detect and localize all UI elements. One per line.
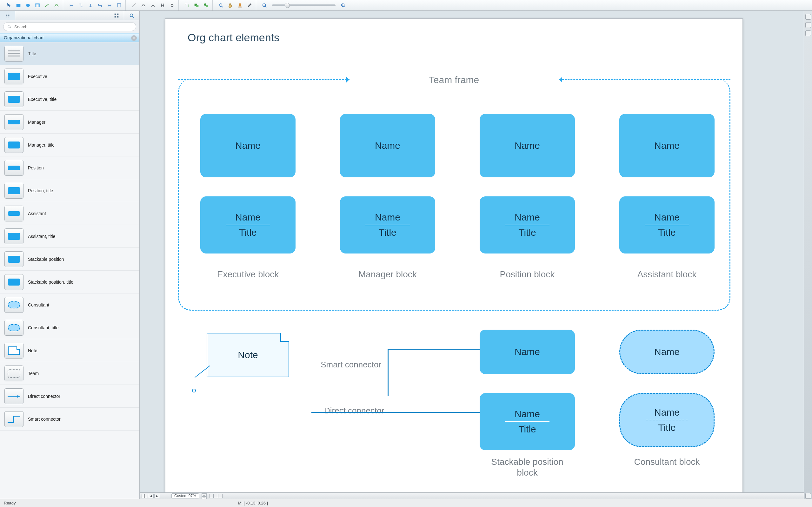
sidebar-item-label: Smart connector <box>28 416 135 421</box>
zoom-slider-knob[interactable] <box>285 3 290 8</box>
page-next-icon[interactable]: ▸ <box>154 494 160 498</box>
status-bar: Ready M: [ -0.13, 0.26 ] <box>0 499 812 507</box>
layout-3-icon[interactable] <box>149 1 157 9</box>
zoom-stepper[interactable]: ▴▾ <box>202 493 207 498</box>
sidebar-item-executive-title[interactable]: Executive, title <box>0 88 139 111</box>
sidebar-item-label: Manager <box>28 120 135 125</box>
sidebar-item-label: Position, title <box>28 188 135 193</box>
svg-rect-14 <box>117 13 118 15</box>
right-strip <box>804 11 812 507</box>
connector-2-icon[interactable] <box>76 1 86 9</box>
sidebar-tab-tree[interactable] <box>0 11 15 20</box>
layout-4-icon[interactable] <box>158 1 167 9</box>
hand-tool-icon[interactable] <box>226 1 235 9</box>
caption-executive: Executive block <box>200 269 295 280</box>
table-tool[interactable] <box>33 1 42 9</box>
direct-connector[interactable] <box>311 412 508 413</box>
sidebar-item-executive[interactable]: Executive <box>0 65 139 88</box>
sidebar-item-label: Consultant <box>28 302 135 307</box>
sidebar-thumb-executive-title <box>4 92 23 107</box>
sidebar-item-label: Title <box>28 51 135 56</box>
sidebar-item-title[interactable]: Title <box>0 42 139 65</box>
sidebar-tab-search[interactable] <box>124 11 139 20</box>
stackable-name-block[interactable]: Name <box>480 330 575 374</box>
connector-3-icon[interactable] <box>86 1 95 9</box>
stackable-title-block[interactable]: NameTitle <box>480 393 575 450</box>
page-prev-icon[interactable]: ◂ <box>148 494 154 498</box>
sidebar-item-position[interactable]: Position <box>0 156 139 179</box>
inspector-toggle-bottom-1[interactable] <box>805 493 811 499</box>
consultant-name-block[interactable]: Name <box>619 330 714 374</box>
line-tool[interactable] <box>43 1 51 9</box>
sidebar-thumb-manager <box>4 114 23 130</box>
connector-6-icon[interactable] <box>115 1 123 9</box>
assistant-block[interactable]: Name <box>619 114 714 177</box>
shape-3-icon[interactable] <box>202 1 210 9</box>
inspector-toggle-3[interactable] <box>805 31 811 36</box>
position-title-block[interactable]: NameTitle <box>480 196 575 253</box>
shape-2-icon[interactable] <box>192 1 201 9</box>
shape-1-icon[interactable] <box>182 1 192 9</box>
sidebar-item-stackable-position-title[interactable]: Stackable position, title <box>0 271 139 293</box>
sidebar-tab-grid[interactable] <box>109 11 124 20</box>
pointer-tool[interactable] <box>4 1 13 9</box>
layout-5-icon[interactable] <box>168 1 176 9</box>
executive-title-block[interactable]: NameTitle <box>200 196 295 253</box>
zoom-out-icon[interactable] <box>260 1 269 9</box>
executive-block[interactable]: Name <box>200 114 295 177</box>
sidebar-category-close-icon[interactable]: × <box>131 35 137 41</box>
svg-rect-6 <box>196 5 199 7</box>
inspector-toggle-1[interactable] <box>805 14 811 20</box>
zoom-slider[interactable] <box>272 4 335 6</box>
sidebar-list: TitleExecutiveExecutive, titleManagerMan… <box>0 42 139 507</box>
sidebar-item-label: Note <box>28 348 135 353</box>
search-input[interactable] <box>14 24 132 30</box>
sidebar-item-consultant-title[interactable]: Consultant, title <box>0 316 139 339</box>
zoom-fit-icon[interactable] <box>216 1 225 9</box>
manager-block[interactable]: Name <box>340 114 435 177</box>
layout-1-icon[interactable] <box>129 1 139 9</box>
sidebar-item-team[interactable]: Team <box>0 362 139 385</box>
search-field[interactable] <box>3 22 136 31</box>
canvas-area[interactable]: Org chart elements Team frame Name Name … <box>140 11 804 507</box>
sidebar-item-manager-title[interactable]: Manager, title <box>0 133 139 156</box>
sidebar-item-smart-connector[interactable]: Smart connector <box>0 408 139 431</box>
caption-stackable: Stackable position block <box>480 457 575 478</box>
connector-4-icon[interactable] <box>96 1 104 9</box>
note-shape[interactable]: Note <box>207 333 289 377</box>
rect-tool[interactable] <box>14 1 23 9</box>
sidebar-item-label: Manager, title <box>28 143 135 148</box>
position-block[interactable]: Name <box>480 114 575 177</box>
svg-rect-15 <box>114 16 116 17</box>
shapes-sidebar: Organizational chart × TitleExecutiveExe… <box>0 11 140 507</box>
assistant-title-block[interactable]: NameTitle <box>619 196 714 253</box>
sidebar-item-assistant-title[interactable]: Assistant, title <box>0 225 139 248</box>
connector-5-icon[interactable] <box>105 1 114 9</box>
sidebar-item-direct-connector[interactable]: Direct connector <box>0 385 139 408</box>
page-pause-icon[interactable]: ∥ <box>142 494 147 498</box>
zoom-label[interactable]: Custom 97% <box>171 493 199 498</box>
manager-title-block[interactable]: NameTitle <box>340 196 435 253</box>
sidebar-item-note[interactable]: Note <box>0 339 139 362</box>
stamp-tool-icon[interactable] <box>235 1 245 9</box>
sidebar-item-position-title[interactable]: Position, title <box>0 179 139 202</box>
sidebar-item-consultant[interactable]: Consultant <box>0 293 139 316</box>
sidebar-item-assistant[interactable]: Assistant <box>0 202 139 225</box>
sidebar-category-header[interactable]: Organizational chart × <box>0 33 139 42</box>
curve-tool[interactable] <box>52 1 61 9</box>
consultant-title-block[interactable]: NameTitle <box>619 393 714 447</box>
sidebar-thumb-team <box>4 365 23 381</box>
layout-2-icon[interactable] <box>139 1 148 9</box>
ellipse-tool[interactable] <box>23 1 33 9</box>
zoom-in-icon[interactable] <box>339 1 347 9</box>
page: Org chart elements Team frame Name Name … <box>165 18 743 494</box>
sidebar-item-label: Team <box>28 371 135 376</box>
sidebar-item-label: Stackable position <box>28 257 135 262</box>
inspector-toggle-2[interactable] <box>805 22 811 28</box>
caption-position: Position block <box>480 269 575 280</box>
connector-1-icon[interactable] <box>67 1 76 9</box>
page-indicator[interactable] <box>209 494 222 498</box>
sidebar-item-manager[interactable]: Manager <box>0 111 139 133</box>
sidebar-item-stackable-position[interactable]: Stackable position <box>0 248 139 271</box>
eyedropper-tool-icon[interactable] <box>245 1 254 9</box>
